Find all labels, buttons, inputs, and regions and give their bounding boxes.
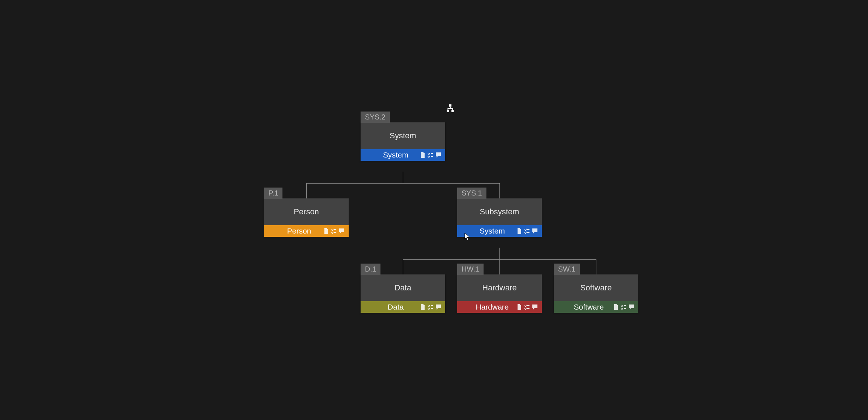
comment-icon <box>532 304 538 310</box>
node-tag: SYS.1 <box>457 188 486 199</box>
node-title: Data <box>361 274 445 301</box>
document-icon <box>613 304 619 310</box>
node-system-root[interactable]: SYS.2 System System <box>361 122 445 161</box>
comment-icon <box>339 228 345 234</box>
node-tag: D.1 <box>361 264 380 275</box>
node-subsystem[interactable]: SYS.1 Subsystem System <box>457 198 542 237</box>
node-tag: SW.1 <box>554 264 580 275</box>
node-type-label: Data <box>364 303 420 311</box>
document-icon <box>516 228 522 234</box>
hierarchy-icon <box>446 104 455 114</box>
node-footer: Data <box>361 301 445 313</box>
node-hardware[interactable]: HW.1 Hardware Hardware <box>457 274 542 313</box>
checklist-icon <box>620 304 627 310</box>
svg-rect-2 <box>451 110 454 112</box>
node-footer: Person <box>264 225 349 237</box>
checklist-icon <box>331 228 337 234</box>
checklist-icon <box>524 228 530 234</box>
node-footer: Hardware <box>457 301 542 313</box>
document-icon <box>516 304 522 310</box>
node-data[interactable]: D.1 Data Data <box>361 274 445 313</box>
diagram-canvas[interactable]: SYS.2 System System P.1 Person Person <box>0 0 868 420</box>
node-tag: HW.1 <box>457 264 484 275</box>
node-type-label: System <box>461 227 516 235</box>
node-footer: Software <box>554 301 638 313</box>
connector <box>403 172 403 183</box>
node-type-label: Software <box>557 303 613 311</box>
checklist-icon <box>524 304 530 310</box>
node-footer: System <box>361 149 445 161</box>
document-icon <box>323 228 329 234</box>
node-footer: System <box>457 225 542 237</box>
comment-icon <box>628 304 635 310</box>
comment-icon <box>532 228 538 234</box>
connector <box>306 183 307 198</box>
document-icon <box>420 304 426 310</box>
node-title: Hardware <box>457 274 542 301</box>
checklist-icon <box>427 304 434 310</box>
node-type-label: Person <box>268 227 323 235</box>
comment-icon <box>435 152 442 158</box>
node-tag: SYS.2 <box>361 112 390 123</box>
node-title: Software <box>554 274 638 301</box>
comment-icon <box>435 304 442 310</box>
connector <box>499 248 500 259</box>
node-type-label: Hardware <box>461 303 516 311</box>
svg-rect-1 <box>447 110 449 112</box>
node-title: Subsystem <box>457 198 542 225</box>
node-software[interactable]: SW.1 Software Software <box>554 274 638 313</box>
connector <box>306 183 500 184</box>
document-icon <box>420 152 426 158</box>
checklist-icon <box>427 152 434 158</box>
connector <box>499 183 500 198</box>
node-title: System <box>361 122 445 149</box>
connector <box>499 259 500 274</box>
connector <box>403 259 403 274</box>
node-title: Person <box>264 198 349 225</box>
connector <box>596 259 596 274</box>
svg-rect-0 <box>449 104 452 107</box>
node-type-label: System <box>364 151 420 159</box>
node-tag: P.1 <box>264 188 282 199</box>
node-person[interactable]: P.1 Person Person <box>264 198 349 237</box>
